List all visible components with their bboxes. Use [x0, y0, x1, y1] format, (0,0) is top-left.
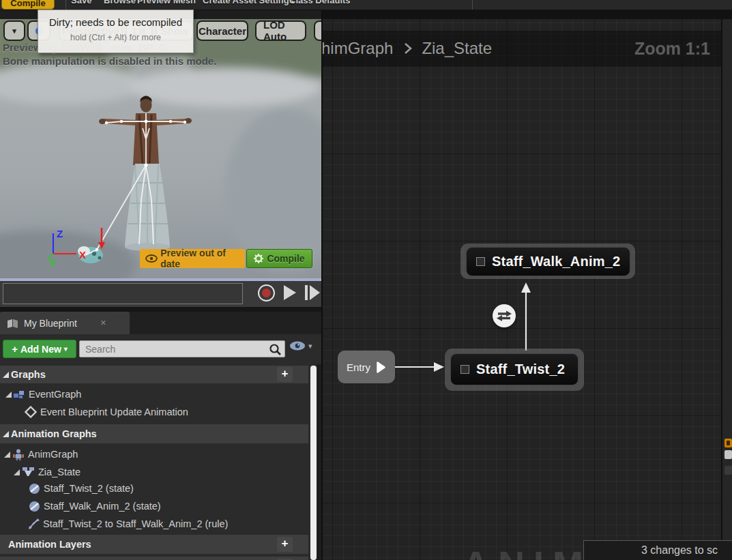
chevron-down-icon: ▾	[308, 342, 312, 351]
browse-button[interactable]: Browse	[104, 0, 136, 5]
preview-viewport[interactable]: Z X Y ▾ Perspective Lit Show Character L…	[0, 19, 323, 278]
chevron-right-icon	[404, 42, 412, 55]
zoom-level-label: Zoom 1:1	[634, 39, 710, 59]
compile-toolbar-button[interactable]: Compile	[1, 0, 55, 10]
graph-status-box: 3 changes to sc	[583, 540, 732, 560]
entry-play-icon	[377, 362, 385, 373]
toolbar-separator	[472, 0, 473, 10]
entry-label: Entry	[347, 362, 370, 373]
state-icon	[29, 483, 40, 495]
axis-x-label: X	[79, 249, 86, 261]
graph-wires	[323, 19, 721, 560]
add-new-button[interactable]: + Add New ▾	[3, 340, 76, 358]
eventgraph-icon	[14, 389, 25, 399]
my-blueprint-tree: Graphs + EventGraph Event Blueprint Upda…	[0, 364, 323, 560]
lod-auto-label: LOD Auto	[263, 19, 298, 42]
expander-icon	[5, 392, 12, 398]
docked-tab-light[interactable]	[724, 450, 732, 459]
book-icon	[7, 319, 18, 328]
expander-icon	[14, 469, 20, 475]
expander-icon	[4, 452, 10, 458]
right-panel-edge	[721, 19, 732, 560]
transition-rule-node[interactable]	[493, 304, 516, 327]
gear-icon	[254, 254, 263, 263]
my-blueprint-tab-label: My Blueprint	[24, 318, 77, 329]
state-machine-graph[interactable]: ANIM himGraph Zia_State Zoom 1:1 Staff_W…	[323, 19, 721, 560]
play-button[interactable]	[284, 285, 296, 300]
tooltip-subtitle: hold (Ctrl + Alt) for more	[38, 33, 193, 42]
my-blueprint-tab-strip: My Blueprint ✕	[0, 312, 323, 334]
tree-item-zia-state[interactable]: Zia_State	[0, 464, 308, 480]
class-defaults-button[interactable]: Class Defaults	[289, 0, 351, 5]
axis-z-label: Z	[57, 228, 63, 239]
scrollbar[interactable]	[310, 366, 317, 560]
lod-auto-button[interactable]: LOD Auto	[255, 20, 306, 41]
node-staff-walk-anim[interactable]: Staff_Walk_Anim_2	[466, 247, 630, 276]
add-animation-layer-button[interactable]: +	[277, 537, 293, 552]
anim-blueprint-editor: Compile Save Browse Preview Mesh Create …	[0, 0, 732, 560]
eye-icon	[289, 341, 306, 351]
search-box	[79, 340, 285, 357]
create-asset-settings-button[interactable]: Create Asset Settings	[203, 0, 294, 5]
state-node-icon	[460, 365, 469, 374]
add-graph-button[interactable]: +	[277, 367, 293, 382]
my-blueprint-tab[interactable]: My Blueprint ✕	[0, 312, 130, 334]
graphs-section-header[interactable]: Graphs +	[0, 366, 308, 383]
node-staff-twist[interactable]: Staff_Twist_2	[450, 353, 579, 385]
tree-item-animgraph[interactable]: AnimGraph	[0, 446, 308, 462]
node-staff-twist-label: Staff_Twist_2	[476, 362, 565, 377]
tree-item-eventgraph[interactable]: EventGraph	[0, 386, 308, 402]
step-forward-button[interactable]	[305, 285, 321, 300]
character-menu-button[interactable]: Character	[196, 20, 248, 41]
search-icon	[269, 343, 282, 356]
preview-mesh-button[interactable]: Preview Mesh	[137, 0, 196, 5]
functions-section-header[interactable]: Functions +	[0, 557, 308, 560]
node-entry[interactable]: Entry	[338, 351, 395, 383]
tree-item-staff-walk-state[interactable]: Staff_Walk_Anim_2 (state)	[0, 498, 308, 514]
viewport-options-dropdown[interactable]: ▾	[3, 20, 25, 41]
record-button[interactable]	[258, 284, 275, 301]
node-staff-walk-anim-label: Staff_Walk_Anim_2	[492, 254, 620, 269]
chevron-down-icon: ▾	[64, 345, 68, 353]
plus-icon: +	[12, 343, 18, 355]
main-toolbar: Compile Save Browse Preview Mesh Create …	[0, 0, 732, 10]
animgraph-label: AnimGraph	[28, 449, 78, 460]
animation-graphs-section-header[interactable]: Animation Graphs	[0, 424, 308, 443]
preview-out-of-date-label: Preview out of date	[160, 248, 245, 269]
dirty-tooltip: Dirty; needs to be recompiled hold (Ctrl…	[38, 10, 194, 53]
graphs-header-label: Graphs	[11, 369, 46, 380]
animation-graphs-header-label: Animation Graphs	[11, 428, 97, 439]
my-blueprint-toolbar: + Add New ▾ ▾	[0, 334, 323, 364]
event-node-icon	[25, 406, 37, 418]
step-forward-icon	[305, 285, 308, 300]
search-input[interactable]	[84, 342, 261, 356]
graph-tab-strip	[323, 10, 732, 19]
timeline-scrubber[interactable]	[3, 283, 243, 304]
viewport-compile-label: Compile	[267, 253, 304, 264]
tree-item-transition-rule[interactable]: Staff_Twist_2 to Staff_Walk_Anim_2 (rule…	[0, 516, 308, 532]
animation-layers-section-header[interactable]: Animation Layers +	[0, 535, 308, 554]
toolbar-separator	[65, 0, 66, 10]
bone-manipulation-overlay-text: Bone manipulation is disabled in this mo…	[3, 55, 216, 67]
my-blueprint-panel: My Blueprint ✕ + Add New ▾	[0, 307, 323, 560]
transition-rule-icon	[29, 518, 40, 529]
docked-tab-dark[interactable]	[724, 466, 732, 475]
playback-bar	[0, 278, 323, 307]
save-button[interactable]: Save	[71, 0, 91, 5]
tree-item-event-update-animation[interactable]: Event Blueprint Update Animation	[0, 404, 308, 420]
tooltip-title: Dirty; needs to be recompiled	[38, 16, 193, 28]
breadcrumb-parent[interactable]: himGraph	[323, 39, 393, 58]
axis-y-label: Y	[49, 257, 56, 269]
viewport-compile-button[interactable]: Compile	[246, 249, 312, 268]
tree-item-staff-twist-state[interactable]: Staff_Twist_2 (state)	[0, 480, 308, 497]
panel-divider[interactable]	[321, 10, 323, 560]
event-update-label: Event Blueprint Update Animation	[40, 407, 188, 417]
staff-twist-state-label: Staff_Twist_2 (state)	[44, 483, 134, 494]
close-icon[interactable]: ✕	[100, 319, 106, 327]
timeline-strip[interactable]	[0, 278, 323, 281]
state-machine-icon	[22, 467, 35, 477]
breadcrumb-current[interactable]: Zia_State	[422, 39, 492, 58]
zia-state-label: Zia_State	[38, 467, 80, 477]
docked-tab-orange[interactable]	[724, 439, 732, 447]
visibility-filter-button[interactable]: ▾	[289, 341, 312, 351]
